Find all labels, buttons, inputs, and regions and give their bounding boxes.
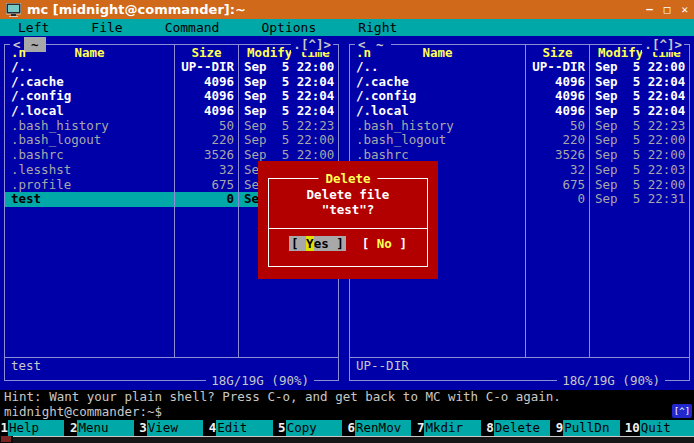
file-size: 32 <box>525 163 589 178</box>
fkey-mkdir[interactable]: 7Mkdir <box>416 420 485 436</box>
yes-hotkey: Y <box>306 236 314 251</box>
fkey-number: 10 <box>625 420 640 436</box>
file-mtime: Sep 5 22:04 <box>589 89 689 104</box>
file-size: 4096 <box>525 75 589 90</box>
file-row-bash-history[interactable]: .bash_history50Sep 5 22:23 <box>350 119 689 134</box>
free-space-indicator: 18G/19G (90%) <box>557 373 665 388</box>
fkey-view[interactable]: 3View <box>139 420 208 436</box>
close-button[interactable]: ✕ <box>681 3 688 16</box>
file-size: 675 <box>174 178 238 193</box>
file-mtime: Sep 5 22:31 <box>589 192 689 207</box>
file-mtime: Sep 5 22:04 <box>589 75 689 90</box>
file-name: .lesshst <box>5 163 174 178</box>
command-line[interactable]: midnight@commander:~$ <box>0 404 694 420</box>
dialog-buttons: [ Yes ] [ No ] <box>258 235 438 251</box>
file-size: 50 <box>174 119 238 134</box>
panel-updir-icon[interactable]: .[^]> <box>291 37 333 52</box>
fkey-label: Delete <box>494 420 550 436</box>
delete-dialog: Delete Delete file "test"? [ Yes ] [ No … <box>258 161 438 279</box>
fkey-number: 9 <box>555 420 563 436</box>
fkey-delete[interactable]: 8Delete <box>486 420 555 436</box>
fkey-label: Menu <box>77 420 133 436</box>
yes-button[interactable]: [ Yes ] <box>289 236 346 251</box>
menu-command[interactable]: Command <box>165 20 220 35</box>
file-name: /.. <box>350 60 525 75</box>
file-row-cache[interactable]: /.cache4096Sep 5 22:04 <box>350 75 689 90</box>
scroll-up-badge[interactable]: [^] <box>672 404 692 418</box>
file-name: /.cache <box>350 75 525 90</box>
fkey-number: 3 <box>139 420 147 436</box>
dialog-separator <box>269 228 427 229</box>
fkey-quit[interactable]: 10Quit <box>625 420 694 436</box>
panel-updir-icon[interactable]: .[^]> <box>642 37 684 52</box>
dialog-message-line1: Delete file <box>258 187 438 202</box>
function-key-bar: 1Help2Menu3View4Edit5Copy6RenMov7Mkdir8D… <box>0 420 694 436</box>
file-mtime: Sep 5 22:03 <box>589 163 689 178</box>
fkey-label: RenMov <box>355 420 411 436</box>
fkey-menu[interactable]: 2Menu <box>69 420 138 436</box>
file-row-bash-history[interactable]: .bash_history50Sep 5 22:23 <box>5 119 338 134</box>
file-mtime: Sep 5 22:04 <box>238 75 338 90</box>
file-row-[interactable]: /..UP--DIRSep 5 22:00 <box>350 60 689 75</box>
fkey-label: PullDn <box>563 420 619 436</box>
file-size: 3526 <box>525 148 589 163</box>
monitor-icon <box>6 3 21 17</box>
menu-right[interactable]: Right <box>358 20 397 35</box>
file-name: /.config <box>350 89 525 104</box>
window-title: mc [midnight@commander]:~ <box>27 2 646 17</box>
fkey-label: Edit <box>216 420 272 436</box>
file-size: 4096 <box>174 75 238 90</box>
sort-indicator: .n <box>11 45 26 60</box>
menu-left[interactable]: Left <box>18 20 49 35</box>
fkey-help[interactable]: 1Help <box>0 420 69 436</box>
file-mtime: Sep 5 22:00 <box>589 178 689 193</box>
file-name: /.config <box>5 89 174 104</box>
file-mtime: Sep 5 22:23 <box>589 119 689 134</box>
file-row-config[interactable]: /.config4096Sep 5 22:04 <box>350 89 689 104</box>
file-name: .bashrc <box>5 148 174 163</box>
sort-indicator: .n <box>356 45 371 60</box>
column-header-name[interactable]: Name <box>74 45 104 60</box>
fkey-copy[interactable]: 5Copy <box>278 420 347 436</box>
fkey-label: Copy <box>286 420 342 436</box>
fkey-label: View <box>147 420 203 436</box>
dialog-title: Delete <box>318 171 377 186</box>
fkey-label: Help <box>8 420 64 436</box>
fkey-number: 2 <box>69 420 77 436</box>
file-size: 4096 <box>174 104 238 119</box>
file-name: .profile <box>5 178 174 193</box>
maximize-button[interactable]: □ <box>664 3 671 16</box>
file-name: /.local <box>350 104 525 119</box>
panel-header: .nName Size Modify time <box>5 45 338 60</box>
column-header-name[interactable]: Name <box>422 45 452 60</box>
column-header-size[interactable]: Size <box>174 45 238 60</box>
file-row-[interactable]: /..UP--DIRSep 5 22:00 <box>5 60 338 75</box>
no-button[interactable]: [ No ] <box>362 236 407 251</box>
fkey-renmov[interactable]: 6RenMov <box>347 420 416 436</box>
terminal-background: < ~ .[^]> .nName Size Modify time /..UP-… <box>0 36 694 390</box>
file-mtime: Sep 5 22:04 <box>589 104 689 119</box>
file-row-bash-logout[interactable]: .bash_logout220Sep 5 22:00 <box>5 133 338 148</box>
file-size: 3526 <box>174 148 238 163</box>
file-row-local[interactable]: /.local4096Sep 5 22:04 <box>350 104 689 119</box>
column-header-size[interactable]: Size <box>525 45 589 60</box>
file-mtime: Sep 5 22:23 <box>238 119 338 134</box>
file-mtime: Sep 5 22:04 <box>238 89 338 104</box>
file-mtime: Sep 5 22:00 <box>238 133 338 148</box>
minimize-button[interactable]: – <box>646 3 653 16</box>
fkey-pulldn[interactable]: 9PullDn <box>555 420 624 436</box>
file-name: /.cache <box>5 75 174 90</box>
file-mtime: Sep 5 22:00 <box>589 60 689 75</box>
menu-file[interactable]: File <box>91 20 122 35</box>
fkey-edit[interactable]: 4Edit <box>208 420 277 436</box>
file-row-config[interactable]: /.config4096Sep 5 22:04 <box>5 89 338 104</box>
horizontal-scrollbar[interactable] <box>13 436 694 443</box>
menu-options[interactable]: Options <box>261 20 316 35</box>
file-mtime: Sep 5 22:00 <box>589 133 689 148</box>
file-size: UP--DIR <box>525 60 589 75</box>
file-row-cache[interactable]: /.cache4096Sep 5 22:04 <box>5 75 338 90</box>
file-row-local[interactable]: /.local4096Sep 5 22:04 <box>5 104 338 119</box>
hint-line: Hint: Want your plain shell? Press C-o, … <box>0 390 694 404</box>
file-row-bash-logout[interactable]: .bash_logout220Sep 5 22:00 <box>350 133 689 148</box>
file-size: 220 <box>525 133 589 148</box>
